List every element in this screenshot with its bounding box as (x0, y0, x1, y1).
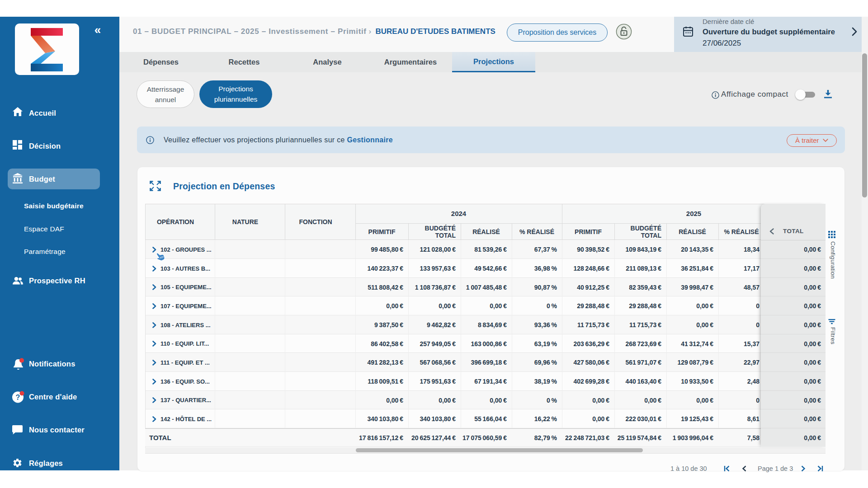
svg-text:?: ? (16, 394, 20, 401)
